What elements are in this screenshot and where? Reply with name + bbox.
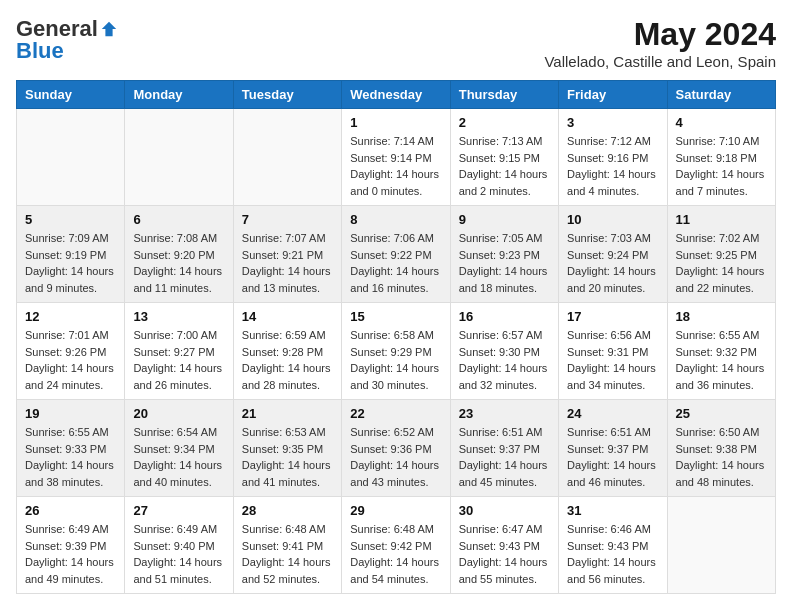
daylight-text: Daylight: 14 hours and 28 minutes. bbox=[242, 360, 333, 393]
calendar-cell: 21Sunrise: 6:53 AMSunset: 9:35 PMDayligh… bbox=[233, 400, 341, 497]
calendar-cell: 14Sunrise: 6:59 AMSunset: 9:28 PMDayligh… bbox=[233, 303, 341, 400]
calendar-cell: 19Sunrise: 6:55 AMSunset: 9:33 PMDayligh… bbox=[17, 400, 125, 497]
daylight-text: Daylight: 14 hours and 38 minutes. bbox=[25, 457, 116, 490]
daylight-text: Daylight: 14 hours and 51 minutes. bbox=[133, 554, 224, 587]
column-header-saturday: Saturday bbox=[667, 81, 775, 109]
calendar-cell bbox=[667, 497, 775, 594]
calendar-cell: 12Sunrise: 7:01 AMSunset: 9:26 PMDayligh… bbox=[17, 303, 125, 400]
sunset-text: Sunset: 9:21 PM bbox=[242, 247, 333, 264]
daylight-text: Daylight: 14 hours and 36 minutes. bbox=[676, 360, 767, 393]
day-number: 20 bbox=[133, 406, 224, 421]
sunrise-text: Sunrise: 7:12 AM bbox=[567, 133, 658, 150]
day-number: 25 bbox=[676, 406, 767, 421]
sunrise-text: Sunrise: 6:48 AM bbox=[350, 521, 441, 538]
column-header-thursday: Thursday bbox=[450, 81, 558, 109]
sunset-text: Sunset: 9:29 PM bbox=[350, 344, 441, 361]
calendar-cell: 1Sunrise: 7:14 AMSunset: 9:14 PMDaylight… bbox=[342, 109, 450, 206]
sunset-text: Sunset: 9:18 PM bbox=[676, 150, 767, 167]
daylight-text: Daylight: 14 hours and 54 minutes. bbox=[350, 554, 441, 587]
daylight-text: Daylight: 14 hours and 48 minutes. bbox=[676, 457, 767, 490]
sunset-text: Sunset: 9:33 PM bbox=[25, 441, 116, 458]
daylight-text: Daylight: 14 hours and 0 minutes. bbox=[350, 166, 441, 199]
sunset-text: Sunset: 9:30 PM bbox=[459, 344, 550, 361]
day-info: Sunrise: 6:51 AMSunset: 9:37 PMDaylight:… bbox=[459, 424, 550, 490]
day-number: 7 bbox=[242, 212, 333, 227]
day-info: Sunrise: 6:57 AMSunset: 9:30 PMDaylight:… bbox=[459, 327, 550, 393]
daylight-text: Daylight: 14 hours and 46 minutes. bbox=[567, 457, 658, 490]
logo-icon bbox=[100, 20, 118, 38]
daylight-text: Daylight: 14 hours and 43 minutes. bbox=[350, 457, 441, 490]
day-number: 17 bbox=[567, 309, 658, 324]
sunrise-text: Sunrise: 6:58 AM bbox=[350, 327, 441, 344]
sunset-text: Sunset: 9:16 PM bbox=[567, 150, 658, 167]
page-header: General Blue May 2024 Vallelado, Castill… bbox=[16, 16, 776, 70]
sunrise-text: Sunrise: 6:49 AM bbox=[133, 521, 224, 538]
sunrise-text: Sunrise: 6:53 AM bbox=[242, 424, 333, 441]
daylight-text: Daylight: 14 hours and 13 minutes. bbox=[242, 263, 333, 296]
daylight-text: Daylight: 14 hours and 20 minutes. bbox=[567, 263, 658, 296]
day-number: 28 bbox=[242, 503, 333, 518]
calendar-cell: 24Sunrise: 6:51 AMSunset: 9:37 PMDayligh… bbox=[559, 400, 667, 497]
sunrise-text: Sunrise: 6:52 AM bbox=[350, 424, 441, 441]
daylight-text: Daylight: 14 hours and 55 minutes. bbox=[459, 554, 550, 587]
sunrise-text: Sunrise: 7:14 AM bbox=[350, 133, 441, 150]
sunset-text: Sunset: 9:20 PM bbox=[133, 247, 224, 264]
sunset-text: Sunset: 9:36 PM bbox=[350, 441, 441, 458]
sunset-text: Sunset: 9:32 PM bbox=[676, 344, 767, 361]
column-header-tuesday: Tuesday bbox=[233, 81, 341, 109]
calendar-cell: 10Sunrise: 7:03 AMSunset: 9:24 PMDayligh… bbox=[559, 206, 667, 303]
sunset-text: Sunset: 9:25 PM bbox=[676, 247, 767, 264]
sunrise-text: Sunrise: 6:46 AM bbox=[567, 521, 658, 538]
daylight-text: Daylight: 14 hours and 52 minutes. bbox=[242, 554, 333, 587]
calendar-cell: 4Sunrise: 7:10 AMSunset: 9:18 PMDaylight… bbox=[667, 109, 775, 206]
day-info: Sunrise: 6:47 AMSunset: 9:43 PMDaylight:… bbox=[459, 521, 550, 587]
sunrise-text: Sunrise: 6:59 AM bbox=[242, 327, 333, 344]
sunrise-text: Sunrise: 7:10 AM bbox=[676, 133, 767, 150]
day-number: 1 bbox=[350, 115, 441, 130]
day-info: Sunrise: 7:03 AMSunset: 9:24 PMDaylight:… bbox=[567, 230, 658, 296]
calendar-cell bbox=[125, 109, 233, 206]
calendar-cell: 11Sunrise: 7:02 AMSunset: 9:25 PMDayligh… bbox=[667, 206, 775, 303]
day-number: 13 bbox=[133, 309, 224, 324]
calendar-cell: 17Sunrise: 6:56 AMSunset: 9:31 PMDayligh… bbox=[559, 303, 667, 400]
sunset-text: Sunset: 9:15 PM bbox=[459, 150, 550, 167]
day-number: 26 bbox=[25, 503, 116, 518]
sunrise-text: Sunrise: 7:07 AM bbox=[242, 230, 333, 247]
calendar-cell: 23Sunrise: 6:51 AMSunset: 9:37 PMDayligh… bbox=[450, 400, 558, 497]
day-number: 6 bbox=[133, 212, 224, 227]
sunrise-text: Sunrise: 6:49 AM bbox=[25, 521, 116, 538]
day-info: Sunrise: 7:05 AMSunset: 9:23 PMDaylight:… bbox=[459, 230, 550, 296]
day-number: 19 bbox=[25, 406, 116, 421]
sunrise-text: Sunrise: 7:03 AM bbox=[567, 230, 658, 247]
sunset-text: Sunset: 9:39 PM bbox=[25, 538, 116, 555]
day-number: 30 bbox=[459, 503, 550, 518]
calendar-cell: 18Sunrise: 6:55 AMSunset: 9:32 PMDayligh… bbox=[667, 303, 775, 400]
day-info: Sunrise: 7:10 AMSunset: 9:18 PMDaylight:… bbox=[676, 133, 767, 199]
calendar-week-row: 12Sunrise: 7:01 AMSunset: 9:26 PMDayligh… bbox=[17, 303, 776, 400]
day-info: Sunrise: 6:55 AMSunset: 9:33 PMDaylight:… bbox=[25, 424, 116, 490]
day-info: Sunrise: 7:06 AMSunset: 9:22 PMDaylight:… bbox=[350, 230, 441, 296]
sunrise-text: Sunrise: 7:13 AM bbox=[459, 133, 550, 150]
day-number: 11 bbox=[676, 212, 767, 227]
daylight-text: Daylight: 14 hours and 56 minutes. bbox=[567, 554, 658, 587]
logo-blue-text: Blue bbox=[16, 38, 64, 64]
day-info: Sunrise: 7:01 AMSunset: 9:26 PMDaylight:… bbox=[25, 327, 116, 393]
daylight-text: Daylight: 14 hours and 40 minutes. bbox=[133, 457, 224, 490]
sunrise-text: Sunrise: 6:51 AM bbox=[567, 424, 658, 441]
day-info: Sunrise: 6:53 AMSunset: 9:35 PMDaylight:… bbox=[242, 424, 333, 490]
day-info: Sunrise: 7:13 AMSunset: 9:15 PMDaylight:… bbox=[459, 133, 550, 199]
sunrise-text: Sunrise: 6:51 AM bbox=[459, 424, 550, 441]
day-number: 16 bbox=[459, 309, 550, 324]
column-header-sunday: Sunday bbox=[17, 81, 125, 109]
column-header-wednesday: Wednesday bbox=[342, 81, 450, 109]
daylight-text: Daylight: 14 hours and 32 minutes. bbox=[459, 360, 550, 393]
day-number: 5 bbox=[25, 212, 116, 227]
calendar-cell: 2Sunrise: 7:13 AMSunset: 9:15 PMDaylight… bbox=[450, 109, 558, 206]
calendar-week-row: 5Sunrise: 7:09 AMSunset: 9:19 PMDaylight… bbox=[17, 206, 776, 303]
title-block: May 2024 Vallelado, Castille and Leon, S… bbox=[544, 16, 776, 70]
calendar-cell: 31Sunrise: 6:46 AMSunset: 9:43 PMDayligh… bbox=[559, 497, 667, 594]
calendar-cell: 8Sunrise: 7:06 AMSunset: 9:22 PMDaylight… bbox=[342, 206, 450, 303]
day-number: 18 bbox=[676, 309, 767, 324]
day-info: Sunrise: 7:00 AMSunset: 9:27 PMDaylight:… bbox=[133, 327, 224, 393]
sunrise-text: Sunrise: 6:54 AM bbox=[133, 424, 224, 441]
